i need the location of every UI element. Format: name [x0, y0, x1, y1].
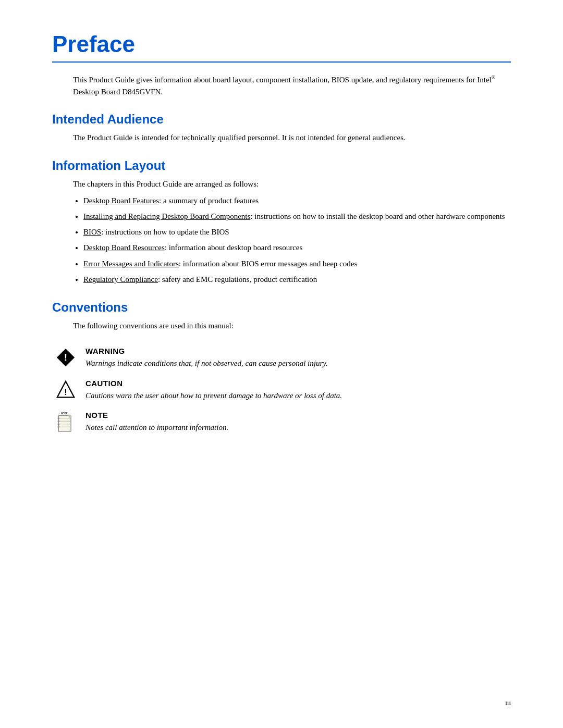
- svg-text:!: !: [64, 387, 67, 397]
- caution-block: ! CAUTION Cautions warn the user about h…: [52, 379, 511, 402]
- note-content: NOTE Notes call attention to important i…: [85, 411, 511, 434]
- information-layout-body: The chapters in this Product Guide are a…: [73, 178, 511, 286]
- caution-title: CAUTION: [85, 379, 511, 388]
- conventions-heading: Conventions: [52, 300, 511, 315]
- caution-description: Cautions warn the user about how to prev…: [85, 390, 511, 402]
- page-title: Preface: [52, 31, 511, 57]
- list-item: Desktop Board Resources: information abo…: [83, 242, 511, 254]
- title-rule: [52, 61, 511, 63]
- list-item: Regulatory Compliance: safety and EMC re…: [83, 274, 511, 286]
- note-title: NOTE: [85, 411, 511, 419]
- intended-audience-body: The Product Guide is intended for techni…: [73, 132, 511, 144]
- bullet-link: Regulatory Compliance: [83, 275, 158, 283]
- list-item: Installing and Replacing Desktop Board C…: [83, 211, 511, 223]
- warning-content: WARNING Warnings indicate conditions tha…: [85, 347, 511, 369]
- caution-content: CAUTION Cautions warn the user about how…: [85, 379, 511, 402]
- information-layout-heading: Information Layout: [52, 158, 511, 173]
- note-icon: NOTE: [52, 412, 79, 434]
- list-item: BIOS: instructions on how to update the …: [83, 226, 511, 238]
- list-item: Desktop Board Features: a summary of pro…: [83, 195, 511, 207]
- conventions-intro: The following conventions are used in th…: [73, 320, 511, 332]
- svg-point-11: [57, 423, 59, 425]
- page-number: iii: [505, 699, 511, 707]
- warning-block: ! WARNING Warnings indicate conditions t…: [52, 347, 511, 369]
- bullet-link: Desktop Board Features: [83, 196, 159, 205]
- warning-icon: !: [52, 348, 79, 367]
- caution-icon: !: [52, 380, 79, 399]
- svg-point-12: [57, 426, 59, 428]
- svg-point-9: [57, 417, 59, 419]
- bullet-link: Desktop Board Resources: [83, 243, 165, 252]
- bullet-link: Installing and Replacing Desktop Board C…: [83, 212, 250, 220]
- svg-text:!: !: [64, 352, 67, 363]
- bullet-link: BIOS: [83, 228, 101, 236]
- intro-paragraph: This Product Guide gives information abo…: [73, 74, 511, 97]
- svg-point-10: [57, 421, 59, 423]
- list-item: Error Messages and Indicators: informati…: [83, 258, 511, 270]
- svg-rect-4: [58, 416, 71, 432]
- svg-text:NOTE: NOTE: [61, 413, 68, 415]
- intended-audience-heading: Intended Audience: [52, 112, 511, 127]
- note-description: Notes call attention to important inform…: [85, 422, 511, 434]
- bullet-link: Error Messages and Indicators: [83, 260, 179, 268]
- information-layout-list: Desktop Board Features: a summary of pro…: [83, 195, 511, 286]
- warning-title: WARNING: [85, 347, 511, 355]
- note-block: NOTE NOTE Notes call attention to import…: [52, 411, 511, 434]
- warning-description: Warnings indicate conditions that, if no…: [85, 357, 511, 369]
